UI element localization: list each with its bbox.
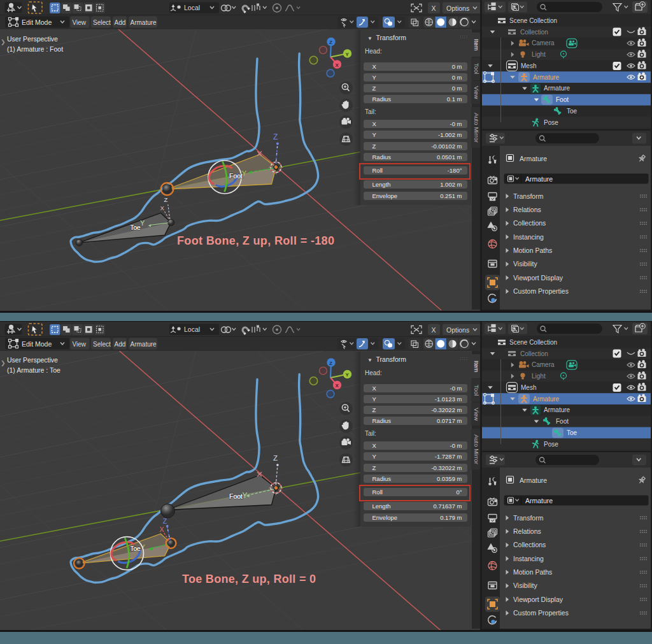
svg-text:Collections: Collections (513, 219, 546, 227)
svg-text:Camera: Camera (532, 39, 555, 47)
svg-text:Viewport Display: Viewport Display (513, 274, 563, 282)
svg-text:Z: Z (329, 39, 332, 45)
svg-text:X: X (160, 204, 165, 211)
svg-text:Edit Mode: Edit Mode (22, 18, 52, 26)
svg-text:Pose: Pose (544, 119, 558, 126)
svg-text:Viewport Display: Viewport Display (513, 596, 563, 603)
svg-text:User Perspective: User Perspective (7, 35, 58, 43)
svg-text:❯: ❯ (1, 360, 6, 367)
svg-text:Armature: Armature (525, 175, 553, 183)
svg-text:Armature: Armature (533, 74, 560, 81)
svg-text:Z: Z (164, 196, 168, 203)
svg-text:Z: Z (329, 361, 332, 366)
svg-text:Y: Y (346, 372, 350, 378)
svg-text:Y: Y (243, 491, 248, 500)
svg-text:Foot: Foot (556, 418, 569, 425)
svg-text:Armature: Armature (520, 476, 547, 484)
svg-text:Scene Collection: Scene Collection (509, 339, 557, 346)
svg-text:Pose: Pose (544, 441, 558, 448)
svg-text:Armature: Armature (544, 85, 570, 92)
svg-text:Toe: Toe (567, 429, 578, 436)
svg-text:Foot: Foot (229, 492, 243, 500)
svg-text:Instancing: Instancing (513, 233, 544, 241)
svg-text:Relations: Relations (513, 527, 541, 535)
svg-text:Local: Local (184, 4, 200, 11)
svg-text:Add: Add (115, 19, 126, 26)
svg-text:Mesh: Mesh (521, 62, 536, 69)
svg-text:Toe: Toe (567, 108, 578, 115)
svg-text:Collection: Collection (520, 350, 548, 357)
svg-text:Add: Add (115, 341, 126, 348)
svg-text:(1) Armature : Foot: (1) Armature : Foot (7, 45, 63, 53)
svg-text:Y: Y (346, 52, 350, 57)
svg-text:Foot Bone, Z up, Roll = -180: Foot Bone, Z up, Roll = -180 (177, 234, 334, 247)
svg-text:Camera: Camera (532, 361, 555, 368)
svg-text:Y: Y (140, 219, 145, 227)
svg-text:X: X (432, 326, 436, 334)
svg-text:View: View (73, 19, 87, 26)
svg-text:X: X (160, 526, 164, 533)
svg-text:Scene Collection: Scene Collection (509, 17, 557, 24)
svg-text:Edit Mode: Edit Mode (22, 340, 52, 348)
svg-text:Transform: Transform (513, 514, 544, 522)
svg-text:Local: Local (184, 326, 200, 333)
svg-text:Foot: Foot (556, 96, 569, 103)
svg-text:Transform: Transform (513, 192, 544, 200)
svg-text:Toe: Toe (131, 545, 141, 552)
svg-text:Armature: Armature (520, 155, 547, 162)
svg-text:X: X (336, 383, 339, 389)
svg-text:Custom Properties: Custom Properties (513, 609, 569, 617)
svg-text:Z: Z (273, 132, 278, 141)
svg-text:Armature: Armature (525, 497, 553, 504)
svg-text:Relations: Relations (513, 206, 541, 213)
svg-text:Select: Select (93, 341, 111, 348)
svg-text:User Perspective: User Perspective (7, 356, 58, 364)
svg-text:Custom Properties: Custom Properties (513, 287, 569, 295)
svg-text:Armature: Armature (544, 406, 570, 413)
svg-text:Motion Paths: Motion Paths (513, 247, 552, 254)
svg-text:Toe Bone, Z up, Roll = 0: Toe Bone, Z up, Roll = 0 (182, 573, 316, 585)
svg-text:Collection: Collection (520, 29, 548, 36)
svg-text:Light: Light (532, 373, 546, 380)
svg-text:❯: ❯ (1, 39, 6, 46)
svg-text:Light: Light (532, 51, 546, 58)
svg-text:Armature: Armature (131, 341, 157, 348)
svg-text:Armature: Armature (131, 19, 157, 26)
svg-text:Options: Options (446, 4, 469, 12)
svg-text:Toe: Toe (131, 224, 141, 231)
svg-text:Visibility: Visibility (513, 260, 537, 268)
svg-text:Foot: Foot (229, 172, 243, 180)
svg-text:X: X (432, 4, 436, 12)
svg-text:Select: Select (93, 19, 111, 26)
svg-text:Mesh: Mesh (521, 384, 536, 391)
svg-text:Collections: Collections (513, 541, 546, 548)
svg-text:(1) Armature : Toe: (1) Armature : Toe (7, 366, 60, 374)
svg-text:View: View (73, 341, 87, 348)
svg-text:Options: Options (446, 326, 469, 334)
svg-text:Instancing: Instancing (513, 555, 544, 562)
svg-text:Z: Z (273, 454, 278, 462)
svg-text:Armature: Armature (533, 396, 560, 403)
svg-text:Z: Z (163, 517, 167, 525)
svg-text:X: X (336, 62, 339, 68)
svg-text:Visibility: Visibility (513, 582, 537, 589)
svg-text:Motion Paths: Motion Paths (513, 568, 552, 576)
